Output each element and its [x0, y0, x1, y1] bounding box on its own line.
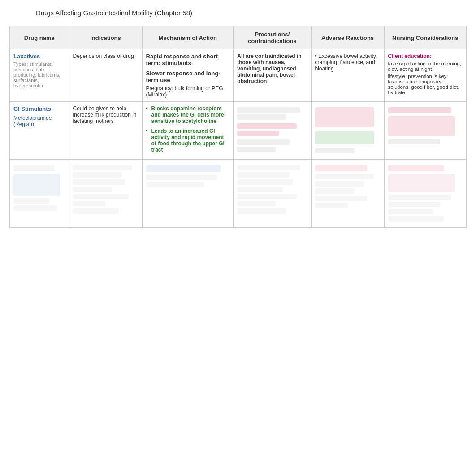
main-table: Drug name Indications Mechanism of Actio… — [9, 26, 467, 228]
nursing-laxatives: Client education: take rapid acting in t… — [384, 49, 466, 102]
drug-name-cell-r3 — [10, 160, 69, 227]
drug-subtitle-gi: Metoclopramide (Regian) — [13, 115, 65, 127]
col-header-mechanism: Mechanism of Action — [142, 26, 234, 49]
col-header-nursing: Nursing Considerations — [384, 26, 466, 49]
adverse-r3 — [311, 160, 384, 227]
precautions-r3 — [234, 160, 311, 227]
drug-name-cell-gi: GI Stimulants Metoclopramide (Regian) — [10, 102, 69, 160]
precautions-gi — [234, 102, 311, 160]
mechanism-gi-bullet2: Leads to an increased GI activity and ra… — [151, 128, 225, 153]
drug-name-cell: Laxatives Types: stimulants, osmotics, b… — [10, 49, 69, 102]
indications-r3 — [69, 160, 142, 227]
nursing-r3 — [384, 160, 466, 227]
table-row: Laxatives Types: stimulants, osmotics, b… — [10, 49, 467, 102]
nursing-gi — [384, 102, 466, 160]
col-header-adverse: Adverse Reactions — [311, 26, 384, 49]
precautions-laxatives: All are contraindicated in those with na… — [234, 49, 311, 102]
drug-types-laxatives: Types: stimulants, osmotics, bulk-produc… — [13, 61, 65, 88]
drug-name-laxatives: Laxatives — [13, 53, 40, 60]
mechanism-r3 — [142, 160, 234, 227]
drug-name-gi: GI Stimulants — [13, 105, 51, 112]
mechanism-laxatives: Rapid response and short term: stimulant… — [142, 49, 234, 102]
col-header-precautions: Precautions/ contraindications — [234, 26, 311, 49]
adverse-laxatives: • Excessive bowel activity, cramping, fl… — [311, 49, 384, 102]
table-row — [10, 160, 467, 227]
table-row: GI Stimulants Metoclopramide (Regian) Co… — [10, 102, 467, 160]
page-title: Drugs Affecting Gastrointestinal Motilit… — [36, 9, 467, 17]
mechanism-gi-bullet1: Blocks dopamine receptors and makes the … — [151, 105, 224, 124]
mechanism-gi: Blocks dopamine receptors and makes the … — [142, 102, 234, 160]
col-header-drug: Drug name — [10, 26, 69, 49]
indications-laxatives: Depends on class of drug — [69, 49, 142, 102]
col-header-indications: Indications — [69, 26, 142, 49]
adverse-gi — [311, 102, 384, 160]
indications-gi: Could be given to help increase milk pro… — [69, 102, 142, 160]
